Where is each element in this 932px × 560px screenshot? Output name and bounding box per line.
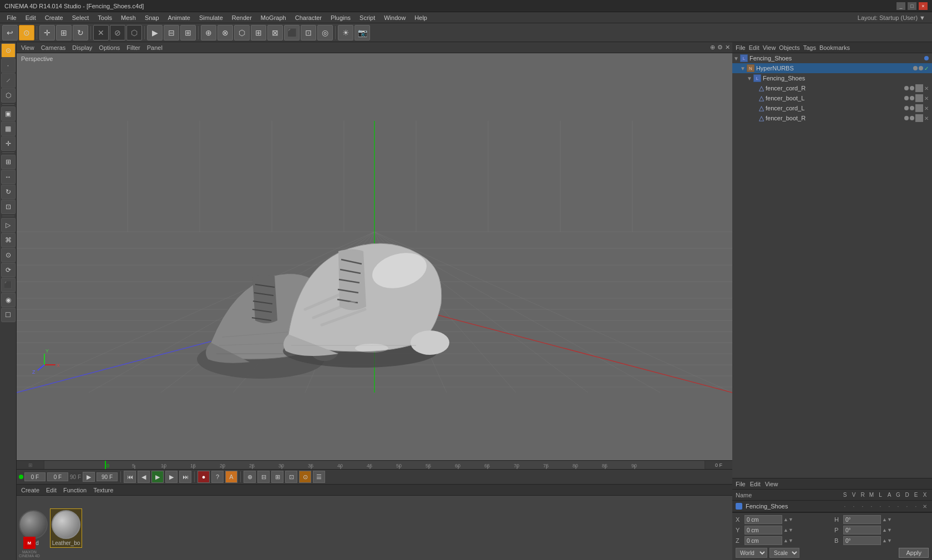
ipr-button[interactable]: ⊞: [180, 25, 196, 40]
render-button[interactable]: ▶: [147, 25, 163, 40]
menu-script[interactable]: Script: [355, 13, 379, 22]
menu-create[interactable]: Create: [40, 13, 68, 22]
material-item-leather[interactable]: Leather_bo: [50, 508, 82, 548]
goto-last-button[interactable]: ⏭: [179, 471, 191, 483]
fcurve-button[interactable]: ⊡: [285, 471, 297, 483]
obj-row-hypernurbs[interactable]: ▼ N HyperNURBS ✓: [732, 63, 932, 73]
weight-tool[interactable]: ◉: [1, 293, 16, 307]
coord-p-arrow[interactable]: ▲▼: [882, 527, 892, 533]
obj-view-btn[interactable]: View: [763, 44, 776, 51]
texture-tool[interactable]: ▦: [1, 121, 16, 136]
scale-button[interactable]: ⊞: [56, 25, 72, 40]
arrow-expand-2[interactable]: ▼: [740, 65, 746, 72]
layer-view-button[interactable]: ☰: [313, 471, 325, 483]
record-button[interactable]: ●: [197, 471, 210, 483]
menu-render[interactable]: Render: [227, 13, 256, 22]
mat-create-btn[interactable]: Create: [21, 487, 39, 493]
menu-animate[interactable]: Animate: [164, 13, 195, 22]
world-dropdown[interactable]: World Object: [736, 548, 767, 558]
object-tool-1[interactable]: ⊕: [201, 25, 216, 40]
obj-bookmarks-btn[interactable]: Bookmarks: [819, 44, 850, 51]
mat-function-btn[interactable]: Function: [63, 487, 87, 493]
obj-row-fencer-boot-r[interactable]: ▶ △ fencer_boot_R ✕: [732, 113, 932, 123]
autokey-button[interactable]: A: [225, 471, 237, 483]
current-frame-input[interactable]: [24, 472, 45, 481]
vp-menu-filter[interactable]: Filter: [124, 44, 142, 51]
vp-menu-view[interactable]: View: [19, 44, 37, 51]
translate-tool[interactable]: ↔: [1, 170, 16, 184]
scale-tool-left[interactable]: ⊡: [1, 200, 16, 214]
coord-y-arrow[interactable]: ▲▼: [783, 527, 793, 533]
obj-tags-btn[interactable]: Tags: [803, 44, 816, 51]
vp-icon-settings[interactable]: ⚙: [717, 44, 723, 51]
obj-row-fencer-cord-r[interactable]: ▶ △ fencer_cord_R ✕: [732, 83, 932, 93]
knife-tool[interactable]: ⌘: [1, 233, 16, 247]
help-button[interactable]: ?: [211, 471, 224, 483]
key-insert-button[interactable]: ⊕: [244, 471, 256, 483]
arrow-expand-1[interactable]: ▼: [733, 55, 739, 62]
edges-tool[interactable]: ⟋: [1, 73, 16, 88]
layout-selector[interactable]: Layout: Startup (User) ▼: [858, 14, 930, 21]
object-tool-7[interactable]: ⊡: [301, 25, 316, 40]
coord-h-input[interactable]: [843, 515, 881, 524]
vp-menu-cameras[interactable]: Cameras: [39, 44, 68, 51]
select-tool[interactable]: ⊙: [1, 43, 16, 58]
object-tool-2[interactable]: ⊗: [217, 25, 233, 40]
menu-plugins[interactable]: Plugins: [326, 13, 355, 22]
obj-file-btn[interactable]: File: [736, 44, 746, 51]
maximize-button[interactable]: □: [908, 2, 916, 10]
obj-row-fencing-shoes-top[interactable]: ▼ L Fencing_Shoes: [732, 53, 932, 63]
menu-snap[interactable]: Snap: [140, 13, 164, 22]
viewport-3d[interactable]: Perspective: [17, 53, 732, 460]
rect-select-button[interactable]: ✕: [93, 25, 109, 40]
points-tool[interactable]: ·: [1, 58, 16, 73]
rotate-tool[interactable]: ↻: [1, 185, 16, 199]
minimize-button[interactable]: _: [896, 2, 905, 10]
menu-window[interactable]: Window: [379, 13, 410, 22]
obj-x-cl[interactable]: ✕: [924, 105, 929, 111]
coord-b-arrow[interactable]: ▲▼: [882, 538, 892, 543]
scale-dropdown[interactable]: Scale Size: [769, 548, 799, 558]
menu-file[interactable]: File: [2, 13, 21, 22]
model-tool[interactable]: ▣: [1, 106, 16, 121]
frame-advance-button[interactable]: ▶: [83, 472, 95, 482]
live-select-button[interactable]: ⊙: [19, 25, 34, 40]
obj-x-br[interactable]: ✕: [924, 115, 929, 121]
mat-texture-btn[interactable]: Texture: [93, 487, 113, 493]
obj-row-fencing-shoes-child[interactable]: ▼ L Fencing_Shoes: [732, 73, 932, 83]
name-view-btn[interactable]: View: [765, 481, 778, 487]
mat-edit-btn[interactable]: Edit: [46, 487, 57, 493]
end-frame-input[interactable]: [97, 472, 118, 481]
menu-select[interactable]: Select: [68, 13, 94, 22]
object-tool-4[interactable]: ⊞: [251, 25, 266, 40]
magnet-tool[interactable]: ⟳: [1, 263, 16, 277]
object-tool-8[interactable]: ◎: [317, 25, 333, 40]
lasso-select-button[interactable]: ⊘: [110, 25, 125, 40]
coord-p-input[interactable]: [843, 526, 881, 534]
light-tool[interactable]: ☀: [338, 25, 353, 40]
obj-row-fencer-boot-l[interactable]: ▶ △ fencer_boot_L ✕: [732, 93, 932, 103]
coord-x-arrow[interactable]: ▲▼: [783, 517, 793, 522]
name-file-btn[interactable]: File: [736, 481, 746, 487]
object-tool-6[interactable]: ⬛: [284, 25, 300, 40]
rotate-button[interactable]: ↻: [73, 25, 88, 40]
powerslider-button[interactable]: ⊙: [299, 471, 311, 483]
vp-menu-panel[interactable]: Panel: [145, 44, 165, 51]
menu-simulate[interactable]: Simulate: [195, 13, 227, 22]
timeline-button[interactable]: ⊞: [271, 471, 283, 483]
paint-tool[interactable]: ☐: [1, 308, 16, 322]
axis-tool[interactable]: ✛: [1, 136, 16, 151]
menu-help[interactable]: Help: [410, 13, 432, 22]
goto-first-button[interactable]: ⏮: [124, 471, 136, 483]
motion-clip-button[interactable]: ⊟: [257, 471, 270, 483]
render-tool[interactable]: ▷: [1, 218, 16, 232]
coord-z-input[interactable]: [744, 536, 782, 545]
undo-button[interactable]: ↩: [2, 25, 18, 40]
transform-tool[interactable]: ⊞: [1, 155, 16, 169]
arrow-expand-3[interactable]: ▼: [747, 75, 752, 82]
menu-tools[interactable]: Tools: [93, 13, 116, 22]
play-button[interactable]: ▶: [151, 471, 164, 483]
coord-h-arrow[interactable]: ▲▼: [882, 517, 892, 522]
menu-edit[interactable]: Edit: [21, 13, 40, 22]
brush-tool[interactable]: ⊙: [1, 248, 16, 262]
